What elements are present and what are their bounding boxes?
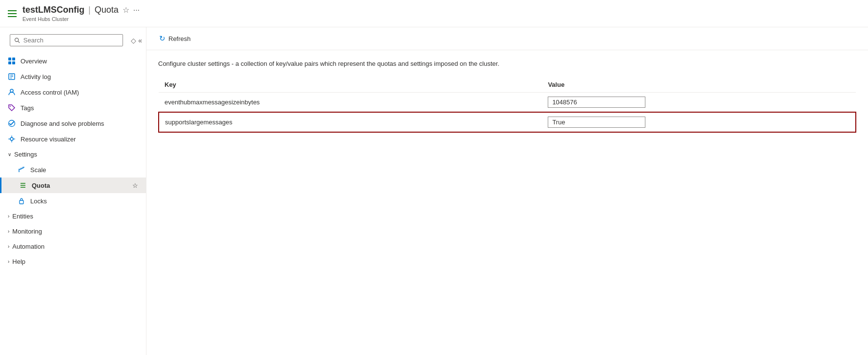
access-control-icon — [8, 88, 16, 96]
entities-chevron: › — [8, 214, 9, 219]
sidebar: ◇ « Overview Activity log — [0, 27, 146, 355]
title-divider: | — [88, 5, 91, 15]
collapse-sidebar-icon[interactable]: « — [138, 37, 142, 44]
settings-section-label: Settings — [14, 151, 37, 158]
svg-point-10 — [10, 89, 13, 92]
quota-value-input[interactable] — [548, 97, 645, 108]
top-bar: testLMSConfig | Quota ☆ ··· Event Hubs C… — [0, 0, 868, 27]
quota-key-cell: supportslargemessages — [159, 112, 542, 132]
quota-value-cell[interactable] — [542, 112, 856, 132]
search-input[interactable] — [23, 37, 119, 44]
col-header-value: Value — [542, 77, 856, 93]
help-label: Help — [12, 258, 25, 265]
svg-point-0 — [15, 38, 19, 41]
svg-rect-21 — [20, 200, 23, 204]
title-row: testLMSConfig | Quota ☆ ··· — [22, 5, 140, 15]
automation-label: Automation — [12, 243, 44, 250]
automation-chevron: › — [8, 244, 9, 249]
content-area: ↻ Refresh Configure cluster settings - a… — [146, 27, 868, 355]
quota-icon — [19, 181, 27, 189]
resource-visualizer-icon — [8, 135, 16, 143]
quota-key-cell: eventhubmaxmessagesizeinbytes — [159, 93, 542, 113]
content-toolbar: ↻ Refresh — [146, 27, 868, 50]
sidebar-item-resource-visualizer[interactable]: Resource visualizer — [0, 131, 146, 147]
col-header-key: Key — [159, 77, 542, 93]
sidebar-iam-label: Access control (IAM) — [21, 89, 138, 96]
svg-point-11 — [10, 106, 11, 107]
refresh-icon: ↻ — [159, 34, 165, 43]
title-group: testLMSConfig | Quota ☆ ··· Event Hubs C… — [22, 5, 140, 22]
svg-rect-3 — [12, 58, 15, 60]
sidebar-nav: Overview Activity log Access control (IA… — [0, 53, 146, 355]
help-section-header[interactable]: › Help — [0, 254, 146, 269]
table-row: eventhubmaxmessagesizeinbytes — [159, 93, 856, 113]
sidebar-item-activity-log[interactable]: Activity log — [0, 69, 146, 84]
activity-log-icon — [8, 73, 16, 80]
hamburger-icon[interactable] — [8, 10, 17, 17]
sidebar-item-tags[interactable]: Tags — [0, 100, 146, 116]
help-chevron: › — [8, 259, 9, 264]
sidebar-quota-label: Quota — [32, 182, 127, 189]
resource-type: Event Hubs Cluster — [22, 16, 140, 22]
search-bar[interactable] — [10, 34, 123, 46]
entities-section-header[interactable]: › Entities — [0, 209, 146, 224]
sidebar-tags-label: Tags — [21, 104, 138, 112]
quota-value-cell[interactable] — [542, 93, 856, 113]
sidebar-item-scale[interactable]: Scale — [0, 162, 146, 178]
monitoring-label: Monitoring — [12, 228, 42, 235]
scale-icon — [18, 166, 25, 174]
monitoring-chevron: › — [8, 229, 9, 234]
sidebar-item-locks[interactable]: Locks — [0, 193, 146, 209]
table-row: supportslargemessages — [159, 112, 856, 132]
quota-value-input[interactable] — [548, 117, 645, 128]
svg-rect-2 — [8, 58, 11, 60]
sidebar-resource-vis-label: Resource visualizer — [21, 136, 138, 143]
overview-icon — [8, 57, 16, 65]
more-options-icon[interactable]: ··· — [133, 6, 140, 15]
filter-icon[interactable]: ◇ — [131, 37, 136, 44]
svg-point-13 — [10, 138, 13, 140]
sidebar-activity-log-label: Activity log — [21, 73, 138, 80]
main-layout: ◇ « Overview Activity log — [0, 27, 868, 355]
page-description: Configure cluster settings - a collectio… — [158, 60, 856, 67]
monitoring-section-header[interactable]: › Monitoring — [0, 224, 146, 239]
svg-line-1 — [18, 41, 20, 42]
search-icon — [14, 37, 21, 44]
favorite-star-icon[interactable]: ☆ — [123, 5, 129, 15]
tags-icon — [8, 104, 16, 112]
settings-section-header[interactable]: ∨ Settings — [0, 147, 146, 162]
automation-section-header[interactable]: › Automation — [0, 239, 146, 254]
refresh-button[interactable]: ↻ Refresh — [156, 32, 194, 45]
svg-rect-4 — [8, 61, 11, 64]
locks-icon — [18, 197, 25, 205]
page-title: Quota — [95, 5, 119, 15]
settings-chevron: ∨ — [8, 152, 11, 157]
sidebar-locks-label: Locks — [30, 197, 138, 205]
svg-rect-5 — [12, 61, 15, 64]
entities-label: Entities — [12, 213, 33, 220]
sidebar-item-access-control[interactable]: Access control (IAM) — [0, 84, 146, 100]
sidebar-diagnose-label: Diagnose and solve problems — [21, 120, 138, 127]
sidebar-item-overview[interactable]: Overview — [0, 53, 146, 69]
quota-favorite-icon[interactable]: ☆ — [132, 182, 138, 189]
sidebar-overview-label: Overview — [21, 58, 138, 65]
refresh-label: Refresh — [168, 35, 191, 42]
sidebar-item-diagnose[interactable]: Diagnose and solve problems — [0, 116, 146, 131]
quota-table: Key Value eventhubmaxmessagesizeinbytess… — [158, 77, 856, 133]
sidebar-item-quota[interactable]: Quota ☆ — [0, 178, 146, 193]
diagnose-icon — [8, 119, 16, 127]
content-body: Configure cluster settings - a collectio… — [146, 50, 868, 355]
sidebar-scale-label: Scale — [30, 166, 138, 174]
resource-name: testLMSConfig — [22, 5, 84, 15]
